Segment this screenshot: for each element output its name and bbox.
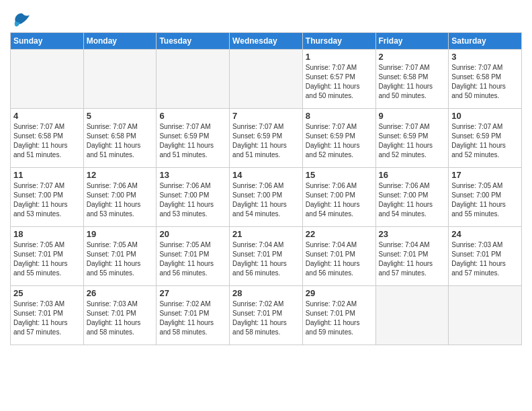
calendar-day-cell: 26Sunrise: 7:03 AMSunset: 7:01 PMDayligh… — [83, 286, 157, 345]
calendar-day-cell: 16Sunrise: 7:06 AMSunset: 7:00 PMDayligh… — [375, 168, 449, 227]
day-info: Sunrise: 7:05 AMSunset: 7:01 PMDaylight:… — [159, 240, 226, 278]
calendar-day-cell: 3Sunrise: 7:07 AMSunset: 6:58 PMDaylight… — [449, 50, 522, 109]
day-number: 1 — [306, 52, 373, 62]
calendar-day-cell — [157, 50, 230, 109]
day-of-week-header: Thursday — [302, 33, 375, 50]
day-number: 27 — [159, 288, 226, 298]
day-number: 6 — [159, 111, 226, 121]
page-container: SundayMondayTuesdayWednesdayThursdayFrid… — [0, 0, 532, 349]
calendar-day-cell: 2Sunrise: 7:07 AMSunset: 6:58 PMDaylight… — [375, 50, 449, 109]
day-of-week-header: Monday — [83, 33, 157, 50]
day-info: Sunrise: 7:03 AMSunset: 7:01 PMDaylight:… — [451, 240, 519, 278]
day-number: 8 — [306, 111, 373, 121]
day-info: Sunrise: 7:07 AMSunset: 6:59 PMDaylight:… — [232, 122, 300, 160]
day-info: Sunrise: 7:07 AMSunset: 6:58 PMDaylight:… — [451, 63, 519, 101]
day-info: Sunrise: 7:05 AMSunset: 7:01 PMDaylight:… — [87, 240, 154, 278]
day-number: 3 — [451, 52, 519, 62]
day-info: Sunrise: 7:07 AMSunset: 6:59 PMDaylight:… — [306, 122, 373, 160]
day-number: 14 — [232, 170, 300, 180]
day-number: 2 — [379, 52, 446, 62]
calendar-header-row: SundayMondayTuesdayWednesdayThursdayFrid… — [11, 33, 522, 50]
calendar-day-cell — [375, 286, 449, 345]
calendar-day-cell: 29Sunrise: 7:02 AMSunset: 7:01 PMDayligh… — [302, 286, 375, 345]
day-info: Sunrise: 7:02 AMSunset: 7:01 PMDaylight:… — [159, 300, 226, 337]
day-number: 25 — [13, 288, 81, 298]
day-info: Sunrise: 7:04 AMSunset: 7:01 PMDaylight:… — [306, 240, 373, 278]
day-number: 13 — [159, 170, 226, 180]
day-number: 19 — [87, 229, 154, 239]
calendar-week-row: 25Sunrise: 7:03 AMSunset: 7:01 PMDayligh… — [11, 286, 522, 345]
day-info: Sunrise: 7:06 AMSunset: 7:00 PMDaylight:… — [159, 181, 226, 219]
day-number: 24 — [451, 229, 519, 239]
calendar-day-cell: 17Sunrise: 7:05 AMSunset: 7:00 PMDayligh… — [449, 168, 522, 227]
calendar-week-row: 18Sunrise: 7:05 AMSunset: 7:01 PMDayligh… — [11, 227, 522, 286]
calendar-day-cell: 6Sunrise: 7:07 AMSunset: 6:59 PMDaylight… — [157, 109, 230, 168]
day-number: 11 — [13, 170, 81, 180]
logo — [10, 10, 31, 29]
calendar-day-cell: 11Sunrise: 7:07 AMSunset: 7:00 PMDayligh… — [11, 168, 84, 227]
day-number: 7 — [232, 111, 300, 121]
calendar-day-cell: 22Sunrise: 7:04 AMSunset: 7:01 PMDayligh… — [302, 227, 375, 286]
calendar-day-cell: 1Sunrise: 7:07 AMSunset: 6:57 PMDaylight… — [302, 50, 375, 109]
calendar-day-cell: 13Sunrise: 7:06 AMSunset: 7:00 PMDayligh… — [157, 168, 230, 227]
calendar-day-cell — [449, 286, 522, 345]
day-info: Sunrise: 7:07 AMSunset: 6:58 PMDaylight:… — [13, 122, 81, 160]
day-number: 29 — [306, 288, 373, 298]
day-info: Sunrise: 7:06 AMSunset: 7:00 PMDaylight:… — [232, 181, 300, 219]
day-number: 4 — [13, 111, 81, 121]
day-number: 26 — [87, 288, 154, 298]
day-of-week-header: Friday — [375, 33, 449, 50]
day-info: Sunrise: 7:03 AMSunset: 7:01 PMDaylight:… — [13, 300, 81, 337]
day-number: 18 — [13, 229, 81, 239]
day-number: 5 — [87, 111, 154, 121]
day-info: Sunrise: 7:04 AMSunset: 7:01 PMDaylight:… — [379, 240, 446, 278]
calendar-week-row: 11Sunrise: 7:07 AMSunset: 7:00 PMDayligh… — [11, 168, 522, 227]
day-number: 12 — [87, 170, 154, 180]
calendar-table: SundayMondayTuesdayWednesdayThursdayFrid… — [10, 32, 522, 345]
day-of-week-header: Wednesday — [230, 33, 303, 50]
day-number: 22 — [306, 229, 373, 239]
day-info: Sunrise: 7:04 AMSunset: 7:01 PMDaylight:… — [232, 240, 300, 278]
calendar-day-cell: 5Sunrise: 7:07 AMSunset: 6:58 PMDaylight… — [83, 109, 157, 168]
day-info: Sunrise: 7:05 AMSunset: 7:01 PMDaylight:… — [13, 240, 81, 278]
calendar-day-cell: 10Sunrise: 7:07 AMSunset: 6:59 PMDayligh… — [449, 109, 522, 168]
day-number: 23 — [379, 229, 446, 239]
day-info: Sunrise: 7:07 AMSunset: 6:58 PMDaylight:… — [379, 63, 446, 101]
calendar-day-cell: 23Sunrise: 7:04 AMSunset: 7:01 PMDayligh… — [375, 227, 449, 286]
calendar-day-cell — [11, 50, 84, 109]
calendar-day-cell: 28Sunrise: 7:02 AMSunset: 7:01 PMDayligh… — [230, 286, 303, 345]
day-info: Sunrise: 7:07 AMSunset: 6:59 PMDaylight:… — [159, 122, 226, 160]
calendar-day-cell — [83, 50, 157, 109]
day-number: 15 — [306, 170, 373, 180]
day-info: Sunrise: 7:06 AMSunset: 7:00 PMDaylight:… — [87, 181, 154, 219]
calendar-day-cell: 14Sunrise: 7:06 AMSunset: 7:00 PMDayligh… — [230, 168, 303, 227]
calendar-day-cell: 7Sunrise: 7:07 AMSunset: 6:59 PMDaylight… — [230, 109, 303, 168]
day-of-week-header: Tuesday — [157, 33, 230, 50]
day-number: 21 — [232, 229, 300, 239]
calendar-day-cell — [230, 50, 303, 109]
logo-bird-icon — [12, 10, 31, 29]
calendar-day-cell: 27Sunrise: 7:02 AMSunset: 7:01 PMDayligh… — [157, 286, 230, 345]
day-info: Sunrise: 7:05 AMSunset: 7:00 PMDaylight:… — [451, 181, 519, 219]
day-number: 20 — [159, 229, 226, 239]
calendar-day-cell: 12Sunrise: 7:06 AMSunset: 7:00 PMDayligh… — [83, 168, 157, 227]
day-info: Sunrise: 7:06 AMSunset: 7:00 PMDaylight:… — [379, 181, 446, 219]
day-number: 17 — [451, 170, 519, 180]
day-info: Sunrise: 7:06 AMSunset: 7:00 PMDaylight:… — [306, 181, 373, 219]
day-info: Sunrise: 7:07 AMSunset: 7:00 PMDaylight:… — [13, 181, 81, 219]
day-number: 9 — [379, 111, 446, 121]
day-number: 16 — [379, 170, 446, 180]
calendar-day-cell: 19Sunrise: 7:05 AMSunset: 7:01 PMDayligh… — [83, 227, 157, 286]
calendar-day-cell: 20Sunrise: 7:05 AMSunset: 7:01 PMDayligh… — [157, 227, 230, 286]
day-info: Sunrise: 7:07 AMSunset: 6:58 PMDaylight:… — [87, 122, 154, 160]
calendar-week-row: 1Sunrise: 7:07 AMSunset: 6:57 PMDaylight… — [11, 50, 522, 109]
day-of-week-header: Saturday — [449, 33, 522, 50]
day-info: Sunrise: 7:07 AMSunset: 6:59 PMDaylight:… — [379, 122, 446, 160]
calendar-day-cell: 21Sunrise: 7:04 AMSunset: 7:01 PMDayligh… — [230, 227, 303, 286]
day-of-week-header: Sunday — [11, 33, 84, 50]
calendar-day-cell: 9Sunrise: 7:07 AMSunset: 6:59 PMDaylight… — [375, 109, 449, 168]
day-info: Sunrise: 7:02 AMSunset: 7:01 PMDaylight:… — [232, 300, 300, 337]
day-info: Sunrise: 7:02 AMSunset: 7:01 PMDaylight:… — [306, 300, 373, 337]
day-number: 28 — [232, 288, 300, 298]
day-info: Sunrise: 7:07 AMSunset: 6:57 PMDaylight:… — [306, 63, 373, 101]
